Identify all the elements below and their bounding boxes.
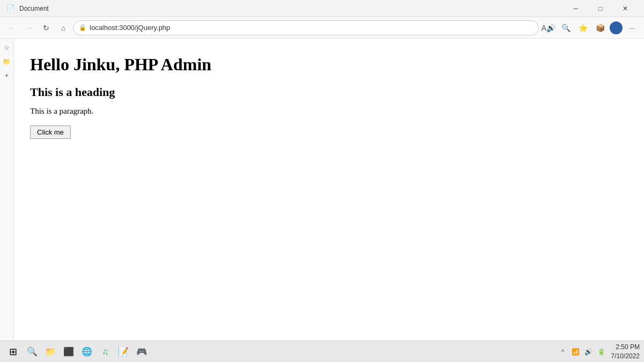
home-button[interactable]: ⌂ — [56, 20, 71, 35]
sidebar-favorites-button[interactable]: ☆ — [1, 42, 13, 54]
title-bar-left: 📄 Document — [6, 4, 49, 12]
title-bar: 📄 Document ─ □ ✕ — [0, 0, 644, 17]
search-button[interactable]: 🔍 — [558, 20, 573, 35]
minimize-button[interactable]: ─ — [564, 0, 588, 17]
read-aloud-button[interactable]: A🔊 — [541, 20, 556, 35]
taskbar-time: 2:50 PM — [611, 343, 640, 352]
main-heading: Hello Jinku, PHP Admin — [30, 55, 628, 75]
address-bar[interactable]: 🔒 localhost:3000/jQuery.php — [73, 20, 539, 35]
document-icon: 📄 — [6, 4, 15, 12]
paragraph-text: This is a paragraph. — [30, 107, 628, 116]
page-content: Hello Jinku, PHP Admin This is a heading… — [14, 39, 644, 341]
profile-avatar[interactable] — [610, 21, 623, 34]
refresh-button[interactable]: ↻ — [39, 20, 54, 35]
sidebar-add-button[interactable]: + — [1, 70, 13, 82]
taskbar-search-button[interactable]: 🔍 — [25, 344, 40, 359]
start-button[interactable]: ⊞ — [4, 343, 21, 360]
taskbar-notion-button[interactable]: 📝 — [116, 344, 131, 359]
back-button[interactable]: ← — [4, 20, 19, 35]
volume-icon[interactable]: 🔊 — [583, 346, 594, 357]
taskbar: ⊞ 🔍 📁 ⬛ 🌐 ♫ 📝 🎮 ^ 📶 🔊 🔋 2:50 PM 7/10/202… — [0, 341, 644, 362]
click-me-button[interactable]: Click me — [30, 125, 71, 139]
window-controls: ─ □ ✕ — [564, 0, 638, 17]
taskbar-right: ^ 📶 🔊 🔋 2:50 PM 7/10/2022 — [558, 343, 640, 361]
taskbar-sys-icons: ^ 📶 🔊 🔋 — [558, 346, 607, 357]
forward-button[interactable]: → — [21, 20, 36, 35]
close-button[interactable]: ✕ — [613, 0, 638, 17]
taskbar-spotify-button[interactable]: ♫ — [98, 344, 113, 359]
taskbar-app-button[interactable]: 🎮 — [134, 344, 149, 359]
maximize-button[interactable]: □ — [588, 0, 613, 17]
browser-body: ☆ 📁 + Hello Jinku, PHP Admin This is a h… — [0, 39, 644, 341]
sub-heading: This is a heading — [30, 85, 628, 99]
taskbar-vscode-button[interactable]: ⬛ — [61, 344, 76, 359]
collections-button[interactable]: 📦 — [592, 20, 608, 35]
taskbar-clock[interactable]: 2:50 PM 7/10/2022 — [611, 343, 640, 361]
battery-icon[interactable]: 🔋 — [596, 346, 607, 357]
lock-icon: 🔒 — [79, 24, 86, 31]
sidebar-history-button[interactable]: 📁 — [1, 56, 13, 68]
browser-sidebar: ☆ 📁 + — [0, 39, 14, 341]
taskbar-date: 7/10/2022 — [611, 352, 640, 361]
window-title: Document — [19, 5, 49, 12]
url-text: localhost:3000/jQuery.php — [90, 24, 170, 32]
toolbar-right: A🔊 🔍 ⭐ 📦 ··· — [541, 20, 640, 35]
taskbar-left: ⊞ 🔍 📁 ⬛ 🌐 ♫ 📝 🎮 — [4, 343, 149, 360]
taskbar-edge-button[interactable]: 🌐 — [79, 344, 94, 359]
more-options-button[interactable]: ··· — [625, 20, 640, 35]
show-hidden-icons[interactable]: ^ — [558, 346, 568, 357]
wifi-icon[interactable]: 📶 — [570, 346, 581, 357]
browser-toolbar: ← → ↻ ⌂ 🔒 localhost:3000/jQuery.php A🔊 🔍… — [0, 17, 644, 39]
favorites-button[interactable]: ⭐ — [575, 20, 590, 35]
taskbar-files-button[interactable]: 📁 — [43, 344, 58, 359]
